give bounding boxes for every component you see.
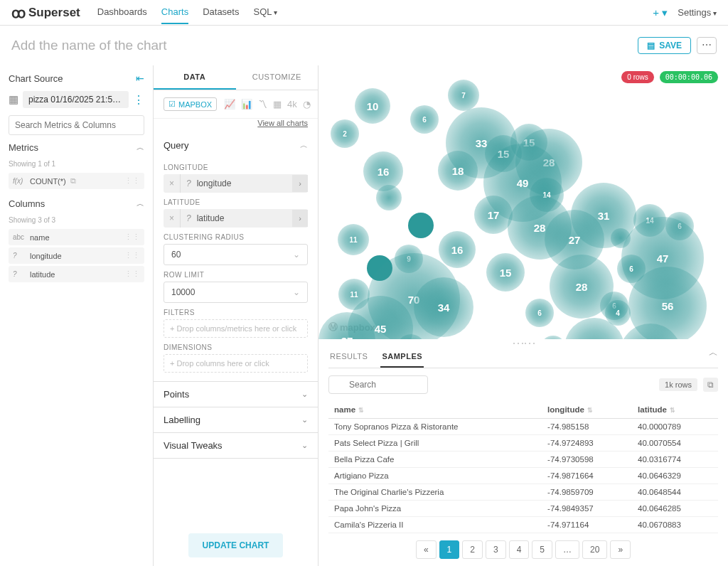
- cluster-bubble[interactable]: 15: [486, 253, 525, 292]
- query-section-label: Query: [164, 140, 188, 151]
- copy-button[interactable]: ⧉: [703, 378, 718, 392]
- query-collapse-icon[interactable]: ︿: [300, 140, 308, 151]
- dataset-chip[interactable]: pizza 01/16/2025 21:55:08: [23, 91, 129, 108]
- collapse-results-icon[interactable]: ︿: [709, 346, 718, 368]
- labelling-expand-icon[interactable]: ⌄: [301, 415, 308, 424]
- cluster-bubble[interactable]: 17: [474, 196, 513, 234]
- metrics-collapse-icon[interactable]: ︿: [136, 142, 144, 153]
- table-row[interactable]: Camila's Pizzeria II-74.97116440.0670883: [328, 517, 718, 533]
- column-row[interactable]: abcname⋮⋮: [9, 229, 144, 245]
- results-tab[interactable]: RESULTS: [328, 346, 369, 368]
- visual-expand-icon[interactable]: ⌄: [301, 441, 308, 450]
- page-3[interactable]: 3: [486, 540, 506, 559]
- cluster-bubble[interactable]: 11: [338, 224, 369, 255]
- page-1[interactable]: 1: [439, 540, 460, 559]
- latitude-field[interactable]: × ? latitude ›: [164, 209, 308, 228]
- settings-menu[interactable]: Settings: [678, 1, 717, 23]
- more-actions-button[interactable]: ⋯: [697, 37, 717, 54]
- nav-sql[interactable]: SQL: [253, 1, 277, 24]
- search-metrics-input[interactable]: [9, 115, 144, 135]
- field-name-label: longitude: [30, 252, 62, 260]
- table-row[interactable]: Bella Pizza Cafe-74.973059840.0316774: [328, 452, 718, 468]
- collapse-source-icon[interactable]: ⇤: [136, 73, 144, 84]
- sort-icon: ⇅: [587, 407, 593, 414]
- clear-longitude-icon[interactable]: ×: [164, 174, 181, 193]
- chart-canvas[interactable]: Ⓜ mapbox 1076233151528161849141731282714…: [318, 65, 728, 339]
- update-chart-button[interactable]: UPDATE CHART: [188, 533, 284, 557]
- page-2[interactable]: 2: [462, 540, 483, 559]
- drag-handle-icon[interactable]: ⋮⋮: [124, 176, 140, 186]
- page-prev[interactable]: «: [416, 540, 437, 559]
- resize-handle[interactable]: ⋯⋯: [318, 339, 728, 346]
- columns-collapse-icon[interactable]: ︿: [136, 198, 144, 209]
- page-next[interactable]: »: [610, 540, 631, 559]
- col-name[interactable]: name⇅: [328, 401, 542, 419]
- column-row[interactable]: ?latitude⋮⋮: [9, 266, 144, 282]
- viz-type-selector[interactable]: ☑ MAPBOX: [164, 97, 217, 111]
- col-longitude[interactable]: longitude⇅: [542, 401, 632, 419]
- dimensions-dropzone[interactable]: + Drop columns here or click: [164, 354, 308, 373]
- bignumber-chart-icon[interactable]: ◔: [303, 99, 311, 110]
- type-badge-icon: ?: [13, 252, 26, 260]
- table-icon[interactable]: ▦: [273, 99, 282, 110]
- row-limit-select[interactable]: 10000 ⌄: [164, 282, 308, 303]
- cluster-bubble[interactable]: 2: [331, 119, 359, 148]
- points-expand-icon[interactable]: ⌄: [301, 390, 308, 399]
- cluster-bubble[interactable]: 6: [525, 299, 554, 327]
- nav-datasets[interactable]: Datasets: [203, 1, 239, 24]
- metrics-showing: Showing 1 of 1: [9, 160, 144, 168]
- chevron-right-icon[interactable]: ›: [292, 175, 308, 192]
- cluster-bubble[interactable]: 6: [410, 105, 439, 134]
- drag-handle-icon[interactable]: ⋮⋮: [124, 269, 140, 279]
- table-row[interactable]: Papa John's Pizza-74.984935740.0646285: [328, 501, 718, 517]
- type-badge-icon: abc: [13, 233, 26, 241]
- line-chart-icon[interactable]: 📈: [224, 99, 235, 110]
- page-4[interactable]: 4: [509, 540, 530, 559]
- top-nav: Dashboards Charts Datasets SQL: [97, 1, 278, 24]
- page-…[interactable]: …: [555, 540, 579, 559]
- view-all-charts-link[interactable]: View all charts: [257, 119, 318, 133]
- filters-dropzone[interactable]: + Drop columns/metrics here or click: [164, 319, 308, 338]
- page-20[interactable]: 20: [582, 540, 607, 559]
- cluster-bubble[interactable]: 16: [439, 231, 476, 268]
- chevron-right-icon[interactable]: ›: [292, 210, 308, 227]
- nav-charts[interactable]: Charts: [161, 1, 188, 24]
- table-row[interactable]: Pats Select Pizza | Grill-74.972489340.0…: [328, 435, 718, 452]
- results-search-input[interactable]: [328, 375, 428, 394]
- samples-tab[interactable]: SAMPLES: [380, 346, 424, 368]
- cluster-bubble[interactable]: 10: [355, 88, 390, 124]
- drag-handle-icon[interactable]: ⋮⋮: [124, 233, 140, 242]
- table-row[interactable]: Artigiano Pizza-74.987166440.0646329: [328, 468, 718, 484]
- chart-title-input[interactable]: Add the name of the chart: [11, 38, 167, 53]
- cluster-radius-select[interactable]: 60 ⌄: [164, 244, 308, 265]
- table-row[interactable]: The Original Charlie's Pizzeria-74.98597…: [328, 484, 718, 501]
- column-row[interactable]: ?longitude⋮⋮: [9, 247, 144, 264]
- drag-handle-icon[interactable]: ⋮⋮: [124, 251, 140, 260]
- save-button[interactable]: ▤ SAVE: [638, 37, 691, 54]
- cluster-bubble[interactable]: 7: [448, 80, 479, 111]
- metric-row[interactable]: f(x)COUNT(*) ⧉⋮⋮: [9, 173, 144, 189]
- results-table: name⇅ longitude⇅ latitude⇅ Tony Sopranos…: [328, 401, 718, 533]
- longitude-field[interactable]: × ? longitude ›: [164, 174, 308, 193]
- new-button[interactable]: + ▾: [653, 6, 668, 19]
- cluster-bubble[interactable]: [376, 185, 402, 210]
- bar-chart-icon[interactable]: 📊: [241, 99, 252, 110]
- col-latitude[interactable]: latitude⇅: [632, 401, 718, 419]
- dataset-menu-button[interactable]: ⋮: [133, 93, 144, 107]
- clear-latitude-icon[interactable]: ×: [164, 209, 181, 228]
- cluster-bubble[interactable]: [408, 213, 434, 238]
- tab-customize[interactable]: CUSTOMIZE: [236, 65, 318, 90]
- nav-dashboards[interactable]: Dashboards: [97, 1, 147, 24]
- sort-icon: ⇅: [358, 407, 364, 414]
- page-5[interactable]: 5: [532, 540, 552, 559]
- cluster-bubble[interactable]: 4: [540, 336, 566, 339]
- tab-data[interactable]: DATA: [154, 65, 236, 90]
- labelling-section-label: Labelling: [164, 415, 200, 425]
- cluster-bubble[interactable]: 18: [438, 151, 478, 191]
- points-section-label: Points: [164, 389, 189, 400]
- filters-label: FILTERS: [164, 309, 308, 316]
- cluster-bubble[interactable]: 34: [414, 277, 473, 337]
- table-row[interactable]: Tony Sopranos Pizza & Ristorante-74.9851…: [328, 419, 718, 435]
- area-chart-icon[interactable]: 〽: [258, 99, 267, 110]
- app-logo[interactable]: ꚙ Superset: [11, 4, 80, 21]
